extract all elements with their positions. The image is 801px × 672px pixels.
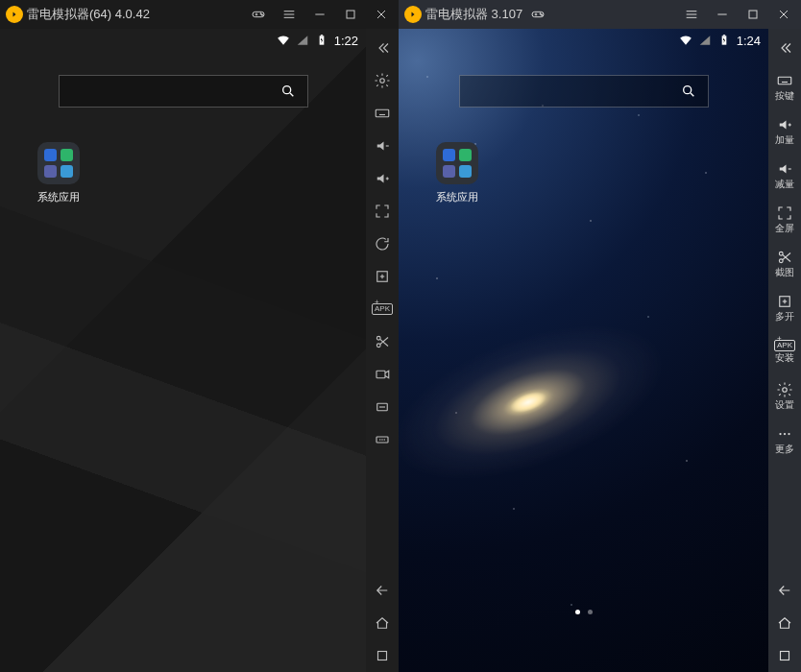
collapse-toolbar-button[interactable] [366,32,399,64]
folder-icon [37,142,80,184]
menu-icon[interactable] [276,1,303,28]
close-button[interactable] [368,1,395,28]
svg-rect-13 [321,35,323,36]
scissors-button[interactable] [366,325,399,358]
status-clock: 1:22 [334,34,358,48]
operation-record-button[interactable] [366,391,399,423]
svg-point-14 [282,86,290,94]
svg-point-61 [779,252,783,255]
svg-rect-56 [778,77,791,84]
search-input[interactable] [59,75,308,108]
svg-point-71 [788,433,789,435]
search-icon [681,84,696,99]
settings-button[interactable]: 设置 [768,373,801,418]
android-statusbar: 1:24 [399,29,768,52]
titlebar: 雷电模拟器 3.107 [399,0,801,29]
android-back-button[interactable] [768,574,801,607]
svg-rect-32 [376,371,385,378]
close-button[interactable] [770,1,797,28]
emulator-window-left: 雷电模拟器(64) 4.0.42 [0,0,399,672]
install-apk-button[interactable]: + APK [366,293,399,325]
search-icon [280,84,296,99]
titlebar: 雷电模拟器(64) 4.0.42 [0,0,399,29]
svg-point-28 [376,336,380,340]
android-statusbar: 1:22 [0,29,366,52]
svg-rect-17 [376,109,389,117]
emulator-screen[interactable]: 1:22 系统应用 [0,29,366,672]
screenshot-button[interactable]: 截图 [768,241,801,285]
android-recents-button[interactable] [366,639,399,672]
minimize-button[interactable] [306,1,333,28]
folder-icon [436,142,478,184]
svg-line-55 [691,93,693,96]
maximize-button[interactable] [337,1,364,28]
gamepad-icon[interactable] [245,1,272,28]
volume-down-button[interactable]: 减量 [768,153,801,197]
window-title: 雷电模拟器 3.107 [425,6,522,23]
android-home-button[interactable] [768,607,801,639]
emulator-window-right: 雷电模拟器 3.107 [399,0,801,672]
window-title: 雷电模拟器(64) 4.0.42 [27,6,150,23]
volume-up-button[interactable]: 加量 [768,108,801,153]
svg-point-44 [541,14,542,15]
multi-instance-button[interactable] [366,260,399,293]
svg-point-43 [540,13,541,14]
app-logo-icon [6,6,23,23]
svg-point-69 [779,433,781,435]
page-dot-active [575,610,580,614]
keyboard-button[interactable] [366,97,399,130]
wifi-icon [679,34,692,47]
android-back-button[interactable] [366,574,399,607]
svg-rect-53 [723,35,725,36]
battery-charging-icon [717,34,731,47]
fullscreen-button[interactable]: 全屏 [768,197,801,241]
folder-label: 系统应用 [429,190,485,204]
android-home-button[interactable] [366,607,399,639]
status-clock: 1:24 [737,34,761,48]
android-recents-button[interactable] [768,639,801,672]
multi-instance-button[interactable]: 多开 [768,285,801,329]
rotate-button[interactable] [366,228,399,260]
svg-point-62 [779,259,783,263]
signal-icon [296,34,309,47]
wifi-icon [277,34,290,47]
minimize-button[interactable] [709,1,736,28]
wallpaper [0,29,366,672]
search-input[interactable] [459,75,709,108]
folder-label: 系统应用 [31,190,86,204]
video-record-button[interactable] [366,358,399,391]
install-apk-button[interactable]: + APK 安装 [768,329,801,373]
svg-point-36 [379,439,381,441]
svg-point-29 [376,344,380,348]
svg-point-3 [260,13,261,14]
more-button[interactable] [366,423,399,456]
app-logo-icon [404,6,422,23]
system-apps-folder[interactable]: 系统应用 [31,142,86,204]
svg-point-4 [261,14,262,15]
page-dot [588,610,593,614]
keymap-button[interactable]: 按键 [768,64,801,108]
emulator-screen[interactable]: 1:24 系统应用 [399,29,768,672]
system-apps-folder[interactable]: 系统应用 [429,142,485,204]
collapse-toolbar-button[interactable] [768,32,801,64]
side-toolbar: + APK [366,29,399,672]
svg-rect-49 [749,11,757,18]
volume-down-button[interactable] [366,130,399,162]
svg-point-16 [380,79,385,84]
svg-line-15 [290,93,293,96]
settings-gear-button[interactable] [366,64,399,97]
svg-rect-9 [347,11,354,18]
svg-rect-39 [378,652,387,660]
signal-icon [698,34,712,47]
wallpaper [399,29,768,672]
volume-up-button[interactable] [366,162,399,195]
menu-icon[interactable] [678,1,705,28]
side-toolbar: 按键 加量 减量 全屏 截图 多开 [768,29,801,672]
maximize-button[interactable] [740,1,766,28]
gamepad-icon[interactable] [526,1,549,28]
more-button[interactable]: 更多 [768,418,801,462]
svg-point-37 [381,439,383,441]
svg-point-38 [384,439,386,441]
page-indicator [575,610,593,614]
fullscreen-button[interactable] [366,195,399,228]
